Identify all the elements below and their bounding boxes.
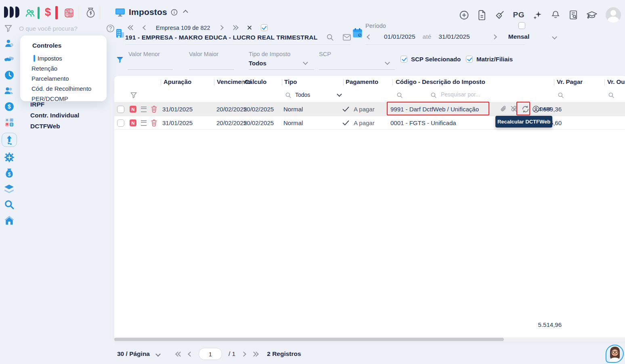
horizontal-scrollbar-thumb[interactable] <box>114 338 504 341</box>
period-extra-checkbox[interactable] <box>518 22 525 29</box>
col-header-pagamento[interactable]: Pagamento <box>346 78 378 85</box>
col-header-vr-pagar[interactable]: Vr. Pagar <box>557 78 583 85</box>
valor-maior-input[interactable] <box>189 59 236 66</box>
status-badge: N <box>130 106 136 113</box>
attach-paperclip-icon[interactable] <box>500 103 508 116</box>
table-filter-funnel-icon[interactable] <box>130 92 137 99</box>
clear-company-button[interactable] <box>247 25 252 30</box>
company-mail-icon[interactable] <box>343 34 351 41</box>
tipo-filter-select[interactable]: Todos <box>295 92 310 98</box>
pg-module-button[interactable]: PG <box>513 10 524 19</box>
sidebar-item-gear-icon[interactable] <box>3 152 15 163</box>
period-end-date[interactable]: 31/01/2025 <box>438 33 470 40</box>
help-icon[interactable] <box>106 24 115 33</box>
valor-menor-input[interactable] <box>128 59 174 66</box>
menu-item-parcelamento[interactable]: Parcelamento <box>20 73 107 84</box>
row-delete-icon[interactable] <box>151 103 157 116</box>
col-header-vr-outros[interactable]: Vr. Ou <box>607 78 625 85</box>
company-search-icon[interactable] <box>326 33 334 41</box>
horizontal-scrollbar[interactable] <box>114 337 625 341</box>
row-delete-icon[interactable] <box>151 116 157 130</box>
audit-document-search-icon[interactable] <box>568 10 578 20</box>
vr-outros-filter-search-icon[interactable] <box>608 92 615 98</box>
records-count: 2 Registros <box>267 350 301 358</box>
filter-funnel-icon[interactable] <box>4 24 13 33</box>
sidebar-item-people-icon[interactable] <box>3 86 15 96</box>
table-row[interactable]: N 31/01/2025 20/02/2025 20/02/2025 Norma… <box>114 103 625 116</box>
sidebar-item-calculator-icon[interactable] <box>3 117 15 128</box>
first-company-button[interactable] <box>128 26 134 29</box>
tipo-imposto-select[interactable]: Todos <box>249 60 266 67</box>
matriz-filiais-checkbox[interactable] <box>466 56 473 63</box>
period-mode-chevron-icon[interactable] <box>552 34 557 40</box>
tipo-imposto-chevron-icon[interactable] <box>303 60 308 65</box>
broom-icon[interactable] <box>495 10 505 20</box>
row-checkbox[interactable] <box>117 119 124 127</box>
scp-chevron-icon[interactable] <box>385 60 390 65</box>
row-checkbox[interactable] <box>117 106 124 113</box>
period-next-button[interactable] <box>492 34 497 40</box>
menu-group-dctfweb[interactable]: DCTFWeb <box>30 123 79 130</box>
last-page-button[interactable] <box>252 352 258 356</box>
sidebar-item-dollar-icon[interactable]: $ <box>3 101 15 112</box>
moneybag-module-icon[interactable] <box>86 7 96 18</box>
period-prev-button[interactable] <box>367 34 372 40</box>
sidebar-item-clock-icon[interactable] <box>3 70 15 80</box>
cell-apuracao: 31/01/2025 <box>162 103 193 116</box>
scp-selecionado-label: SCP Selecionado <box>411 56 461 63</box>
document-icon[interactable] <box>477 10 487 20</box>
user-avatar[interactable] <box>606 7 621 23</box>
codigo-filter-search-icon[interactable] <box>430 92 437 98</box>
global-search-input[interactable] <box>18 25 92 33</box>
tipo-filter-chevron-icon[interactable] <box>337 92 342 97</box>
menu-group-irpf[interactable]: IRPF <box>30 101 79 108</box>
calculator-module-icon[interactable] <box>64 8 74 18</box>
page-number-input[interactable] <box>199 348 222 360</box>
sidebar-item-home-icon[interactable] <box>3 215 15 226</box>
sidebar-item-moneybag-icon[interactable]: $ <box>3 168 15 178</box>
prev-company-button[interactable] <box>143 25 148 30</box>
menu-item-cod-recolhimento[interactable]: Cód. de Recolhimento <box>20 84 107 94</box>
red-indicator-bar <box>55 6 58 19</box>
per-page-chevron-icon[interactable] <box>155 351 161 357</box>
sparkles-icon[interactable] <box>533 10 543 20</box>
period-start-date[interactable]: 01/01/2025 <box>384 33 415 40</box>
col-header-tipo[interactable]: Tipo <box>284 78 297 85</box>
sidebar-item-taxes-active[interactable] <box>2 133 17 147</box>
col-header-apuracao[interactable]: Apuração <box>164 78 191 85</box>
info-icon[interactable] <box>171 9 178 16</box>
row-menu-icon[interactable] <box>141 120 147 126</box>
education-graduation-cap-icon[interactable] <box>586 10 598 20</box>
next-page-button[interactable] <box>241 351 246 357</box>
support-chat-avatar[interactable] <box>606 345 624 363</box>
first-page-button[interactable] <box>176 352 182 356</box>
company-checkbox[interactable] <box>261 24 268 31</box>
sidebar-item-user-settings-icon[interactable] <box>3 38 15 49</box>
collapse-header-chevron-icon[interactable] <box>183 10 188 15</box>
last-company-button[interactable] <box>232 26 238 29</box>
add-button[interactable] <box>459 10 469 20</box>
menu-item-retencao[interactable]: Retenção <box>20 63 107 73</box>
col-header-codigo[interactable]: Código - Descrição do Imposto <box>396 78 485 85</box>
col-header-calculo[interactable]: Cálculo <box>245 78 266 85</box>
filters-funnel-icon[interactable] <box>116 56 124 65</box>
scp-selecionado-checkbox[interactable] <box>401 56 407 63</box>
people-module-icon[interactable] <box>25 8 36 19</box>
pagamento-filter-search-icon[interactable] <box>396 92 403 98</box>
codigo-filter-input[interactable] <box>440 91 502 98</box>
row-menu-icon[interactable] <box>141 107 147 112</box>
menu-item-impostos[interactable]: Impostos <box>20 53 107 63</box>
finance-module-icon[interactable]: $ <box>45 6 51 19</box>
sidebar-item-search-icon[interactable] <box>3 199 15 210</box>
next-company-button[interactable] <box>218 25 224 30</box>
sidebar-item-layers-icon[interactable] <box>3 184 15 194</box>
notifications-bell-icon[interactable] <box>551 10 560 20</box>
sidebar-item-handshake-icon[interactable] <box>3 54 15 65</box>
app-logo-icon[interactable] <box>4 6 19 18</box>
company-name[interactable]: 191 - EMPRESA - MAKRO EDUCA - LUCRO REAL… <box>125 34 317 41</box>
period-mode-select[interactable]: Mensal <box>508 33 530 40</box>
menu-group-contr-individual[interactable]: Contr. Individual <box>30 112 79 119</box>
per-page-select[interactable]: 30 / Página <box>117 350 150 358</box>
prev-page-button[interactable] <box>188 351 193 357</box>
vr-pagar-filter-search-icon[interactable] <box>558 92 564 98</box>
